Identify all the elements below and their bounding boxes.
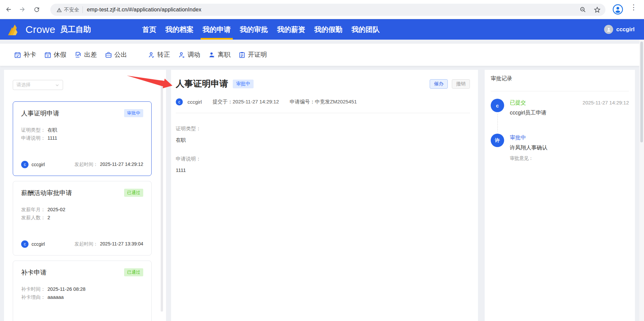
status-badge: 已通过 xyxy=(124,189,143,197)
application-number: 申请编号：中竞发ZM2025451 xyxy=(290,99,357,105)
main-menu: 首页 我的档案 我的申请 我的审批 我的薪资 我的假勤 我的团队 xyxy=(142,19,380,40)
brand-name: Crowe xyxy=(25,24,55,35)
quick-action-transfer[interactable]: 调动 xyxy=(178,50,200,59)
quick-action-certificate[interactable]: 开证明 xyxy=(238,50,267,59)
divider xyxy=(491,91,629,91)
quick-action-card-correction[interactable]: 补卡 xyxy=(14,50,36,59)
quick-action-regularization[interactable]: 转正 xyxy=(148,50,170,59)
card-field: 证明类型：在职 xyxy=(21,126,143,134)
chevron-down-icon xyxy=(55,83,59,87)
field-value-certificate-type: 在职 xyxy=(176,137,470,143)
not-secure-chip[interactable]: 不安全 xyxy=(55,7,83,13)
address-bar[interactable]: 不安全 emp-test.zjf-it.cn/#/application/app… xyxy=(50,4,605,16)
crowe-logo-icon xyxy=(8,24,21,35)
quick-action-toolbar: 补卡 休 休假 出差 公出 转正 调动 离职 开证明 xyxy=(0,44,639,66)
card-field: 发薪年月：2025-02 xyxy=(21,205,143,214)
avatar: c xyxy=(21,240,29,248)
browser-reload-icon[interactable] xyxy=(31,4,42,15)
zoom-out-page-icon[interactable] xyxy=(580,6,586,13)
user-confirm-icon xyxy=(148,51,155,58)
quick-action-official-out[interactable]: 公出 xyxy=(105,50,127,59)
card-start-time: 发起时间：2025-11-27 13:39:04 xyxy=(74,241,143,247)
nav-item-my-team[interactable]: 我的团队 xyxy=(352,19,380,40)
step-status: 已提交 xyxy=(510,99,526,106)
nav-item-my-approvals[interactable]: 我的审批 xyxy=(240,19,268,40)
approval-comment-label: 审批意见： xyxy=(510,155,629,162)
quick-action-business-trip[interactable]: 出差 xyxy=(74,50,97,59)
card-user: cccgirl xyxy=(32,162,45,167)
application-card-payroll-activity[interactable]: 薪酬活动审批申请 已通过 发薪年月：2025-02 发薪人数：2 c cccgi… xyxy=(13,181,152,256)
divider xyxy=(176,113,470,113)
avatar: 许 xyxy=(491,134,504,147)
step-description: 许凤翔人事确认 xyxy=(510,144,629,151)
nav-item-my-attendance[interactable]: 我的假勤 xyxy=(314,19,342,40)
quick-action-leave[interactable]: 休 休假 xyxy=(44,50,66,59)
card-title: 薪酬活动审批申请 xyxy=(21,189,72,197)
quick-action-label: 补卡 xyxy=(23,50,36,59)
brand-logo[interactable]: Crowe 员工自助 xyxy=(8,19,91,40)
approval-step-in-review: 许 审批中 许凤翔人事确认 审批意见： xyxy=(491,134,629,162)
user-avatar-icon xyxy=(604,25,613,34)
step-status: 审批中 xyxy=(510,134,526,141)
not-secure-label: 不安全 xyxy=(64,7,79,13)
browser-back-icon[interactable] xyxy=(3,4,14,15)
browser-forward-icon[interactable] xyxy=(17,4,28,15)
card-title: 补卡申请 xyxy=(21,268,47,277)
urge-button[interactable]: 催办 xyxy=(430,79,448,89)
certificate-icon xyxy=(238,51,246,58)
step-description: cccgirl员工申请 xyxy=(510,109,629,117)
application-list-panel: 请选择 人事证明申请 审批中 证明类型：在职 申请说明：1111 c cccgi… xyxy=(4,70,166,321)
business-trip-icon xyxy=(74,51,82,58)
user-leave-icon xyxy=(208,51,215,58)
step-time: 2025-11-27 14:29:12 xyxy=(583,100,629,105)
nav-item-my-salary[interactable]: 我的薪资 xyxy=(277,19,305,40)
detail-title: 人事证明申请 xyxy=(176,78,228,90)
page-scrollbar-thumb[interactable] xyxy=(640,42,643,142)
quick-action-label: 调动 xyxy=(187,50,200,59)
nav-item-my-applications[interactable]: 我的申请 xyxy=(203,19,231,40)
user-name: cccgirl xyxy=(616,26,635,33)
card-field: 发薪人数：2 xyxy=(21,214,143,222)
timeline-connector xyxy=(497,114,498,132)
card-start-time: 发起时间：2025-11-27 14:29:12 xyxy=(74,162,143,168)
card-field: 补卡时间：2025-11-26 08:28 xyxy=(21,285,143,293)
app-navbar: Crowe 员工自助 首页 我的档案 我的申请 我的审批 我的薪资 我的假勤 我… xyxy=(0,19,644,40)
field-value-application-note: 1111 xyxy=(176,167,470,173)
field-label-application-note: 申请说明： xyxy=(176,156,470,162)
url-text[interactable]: emp-test.zjf-it.cn/#/application/applica… xyxy=(87,7,202,13)
application-card-card-correction[interactable]: 补卡申请 已通过 补卡时间：2025-11-26 08:28 补卡理由：aaaa… xyxy=(13,261,152,321)
svg-text:休: 休 xyxy=(47,54,49,57)
sidebar-scrollbar[interactable] xyxy=(161,80,163,312)
application-cards: 人事证明申请 审批中 证明类型：在职 申请说明：1111 c cccgirl 发… xyxy=(13,101,152,321)
detail-status-badge: 审批中 xyxy=(233,80,254,88)
application-card-hr-certificate[interactable]: 人事证明申请 审批中 证明类型：在职 申请说明：1111 c cccgirl 发… xyxy=(13,101,152,176)
quick-action-resignation[interactable]: 离职 xyxy=(208,50,230,59)
nav-item-my-archive[interactable]: 我的档案 xyxy=(165,19,194,40)
application-detail-panel: 人事证明申请 审批中 催办 撤销 c cccgirl 提交于：2025-11-2… xyxy=(171,70,478,321)
status-filter-select[interactable]: 请选择 xyxy=(13,80,63,90)
avatar: c xyxy=(21,161,29,168)
quick-action-label: 公出 xyxy=(114,50,127,59)
bookmark-star-icon[interactable] xyxy=(594,6,601,13)
card-field: 申请说明：1111 xyxy=(21,134,143,142)
user-menu[interactable]: cccgirl xyxy=(604,19,635,40)
applicant-name: cccgirl xyxy=(187,99,202,105)
browser-profile-icon[interactable] xyxy=(612,4,623,16)
submit-time: 提交于：2025-11-27 14:29:12 xyxy=(213,99,279,105)
browser-toolbar: 不安全 emp-test.zjf-it.cn/#/application/app… xyxy=(0,0,644,19)
avatar: c xyxy=(491,99,504,112)
quick-action-label: 休假 xyxy=(54,50,66,59)
card-title: 人事证明申请 xyxy=(21,109,59,118)
browser-menu-icon[interactable]: ⋮ xyxy=(630,3,638,12)
revoke-button[interactable]: 撤销 xyxy=(452,79,470,89)
user-transfer-icon xyxy=(178,51,185,58)
card-user: cccgirl xyxy=(32,241,45,247)
omnibox-divider xyxy=(83,6,83,13)
app-name: 员工自助 xyxy=(60,24,91,35)
approval-record-panel: 审批记录 c 已提交 2025-11-27 14:29:12 cccgirl员工… xyxy=(485,70,635,321)
nav-item-home[interactable]: 首页 xyxy=(142,19,156,40)
quick-action-label: 转正 xyxy=(157,50,170,59)
page-scrollbar[interactable] xyxy=(639,40,644,321)
quick-action-label: 开证明 xyxy=(248,50,267,59)
approval-step-submitted: c 已提交 2025-11-27 14:29:12 cccgirl员工申请 xyxy=(491,99,629,134)
